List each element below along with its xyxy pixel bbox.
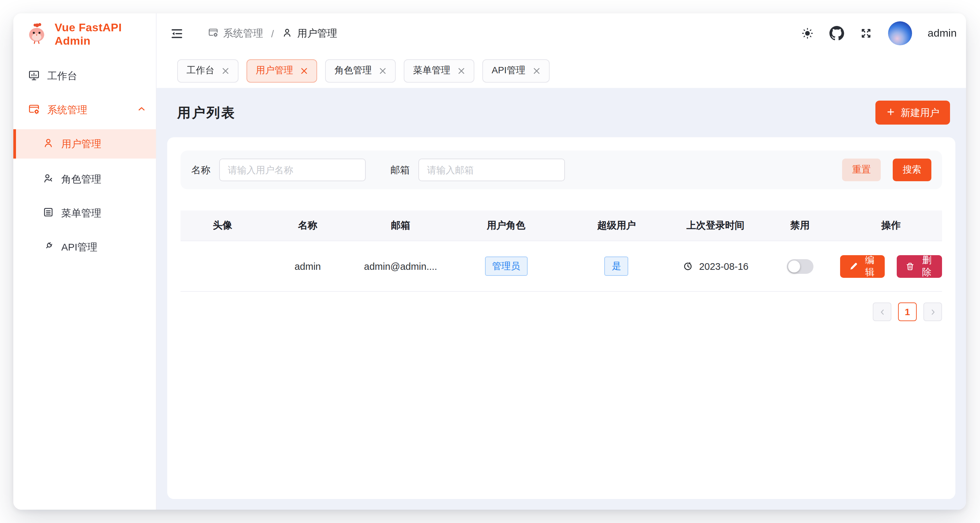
create-user-label: 新建用户 [901,106,939,119]
role-tag: 管理员 [485,256,527,276]
col-disabled: 禁用 [760,219,840,232]
breadcrumb-item-users[interactable]: 用户管理 [282,27,337,40]
delete-button[interactable]: 删除 [897,255,942,278]
role-user-icon [43,173,54,186]
col-superuser: 超级用户 [562,219,671,232]
tab-workbench[interactable]: 工作台 [177,59,239,82]
tab-label: 角色管理 [334,65,372,76]
breadcrumb-item-system[interactable]: 系统管理 [208,27,263,40]
chevron-up-icon [137,104,146,116]
content-area: 用户列表 新建用户 名称 邮箱 [157,88,966,510]
search-button[interactable]: 搜索 [893,159,931,181]
theme-sun-icon[interactable] [801,27,815,40]
breadcrumb: 系统管理 / 用户管理 [208,27,337,40]
workbench-monitor-icon [28,69,40,83]
tab-api-management[interactable]: API管理 [482,59,549,82]
user-icon [282,27,293,40]
cell-name: admin [264,261,351,272]
breadcrumb-label: 系统管理 [223,27,263,40]
close-icon[interactable] [301,67,308,74]
clock-history-icon [682,261,694,272]
users-table: 头像 名称 邮箱 用户角色 超级用户 上次登录时间 禁用 操作 admin [181,211,942,292]
sidebar-item-api-management[interactable]: API管理 [13,232,156,262]
tab-user-management[interactable]: 用户管理 [247,59,317,82]
sidebar-item-label: API管理 [61,241,97,253]
toggle-knob [788,260,800,272]
github-icon[interactable] [830,26,845,41]
tab-bar: 工作台 用户管理 角色管理 [157,53,966,88]
menu-list-icon [43,207,54,220]
sidebar-item-user-management[interactable]: 用户管理 [13,129,156,159]
tab-label: 工作台 [186,65,215,76]
api-plug-icon [43,240,54,254]
page-title: 用户列表 [177,103,236,122]
menu-fold-icon[interactable] [170,26,184,40]
sidebar-item-workbench[interactable]: 工作台 [13,61,156,91]
edit-button[interactable]: 编辑 [840,255,885,278]
col-last-login: 上次登录时间 [671,219,760,232]
cell-superuser: 是 [562,256,671,276]
table-header-row: 头像 名称 邮箱 用户角色 超级用户 上次登录时间 禁用 操作 [181,211,942,241]
sidebar-item-label: 工作台 [47,70,77,82]
cell-email: admin@admin.... [351,261,450,272]
close-icon[interactable] [458,67,465,74]
sidebar-menu: 工作台 系统管理 [13,56,156,267]
filter-buttons: 重置 搜索 [842,159,931,181]
close-icon[interactable] [222,67,229,74]
table-row: admin admin@admin.... 管理员 是 [181,241,942,292]
user-avatar[interactable] [888,21,912,45]
system-window-gear-icon [28,103,40,117]
brand[interactable]: Vue FastAPI Admin [13,13,156,56]
active-indicator-bar [13,129,16,159]
main-area: 系统管理 / 用户管理 [157,13,966,510]
brand-title: Vue FastAPI Admin [55,21,156,48]
pagination-page-1[interactable]: 1 [898,302,917,321]
cell-last-login: 2023-08-16 [671,261,760,272]
chick-logo-icon [25,22,48,47]
sidebar-item-label: 用户管理 [61,138,101,150]
reset-button[interactable]: 重置 [842,159,881,181]
col-email: 邮箱 [351,219,450,232]
tab-menu-management[interactable]: 菜单管理 [404,59,474,82]
delete-label: 删除 [920,254,933,278]
sidebar: Vue FastAPI Admin 工作台 [13,13,157,510]
app-window: Vue FastAPI Admin 工作台 [13,13,966,510]
pagination: 1 [181,302,942,321]
email-filter-input[interactable] [418,159,565,181]
tab-label: 菜单管理 [413,65,450,76]
pencil-icon [849,262,858,271]
disabled-toggle[interactable] [787,259,813,273]
pagination-prev-button[interactable] [873,302,891,321]
breadcrumb-label: 用户管理 [297,27,337,40]
name-filter-input[interactable] [219,159,366,181]
sidebar-item-label: 菜单管理 [61,207,101,219]
sidebar-item-label: 角色管理 [61,173,101,186]
create-user-button[interactable]: 新建用户 [875,100,950,125]
email-filter-label: 邮箱 [390,164,410,176]
tab-label: 用户管理 [256,65,293,76]
system-window-gear-icon [208,27,218,40]
close-icon[interactable] [379,67,387,74]
header: 系统管理 / 用户管理 [157,13,966,53]
sidebar-item-role-management[interactable]: 角色管理 [13,165,156,194]
user-icon [43,137,54,151]
tab-label: API管理 [492,65,525,76]
edit-label: 编辑 [864,254,877,278]
tab-role-management[interactable]: 角色管理 [325,59,396,82]
pagination-next-button[interactable] [923,302,942,321]
user-list-card: 名称 邮箱 重置 搜索 头像 [167,137,955,499]
col-role: 用户角色 [450,219,562,232]
cell-actions: 编辑 [840,255,942,278]
sidebar-item-label: 系统管理 [47,103,87,116]
breadcrumb-separator: / [271,28,274,39]
close-icon[interactable] [533,67,540,74]
cell-role: 管理员 [450,256,562,276]
sidebar-item-menu-management[interactable]: 菜单管理 [13,199,156,228]
name-filter-label: 名称 [191,164,210,176]
filter-panel: 名称 邮箱 重置 搜索 [181,151,942,189]
email-filter-group: 邮箱 [390,159,565,181]
sidebar-item-system[interactable]: 系统管理 [13,95,156,125]
username[interactable]: admin [928,27,957,39]
fullscreen-icon[interactable] [860,27,873,40]
trash-icon [906,262,915,271]
